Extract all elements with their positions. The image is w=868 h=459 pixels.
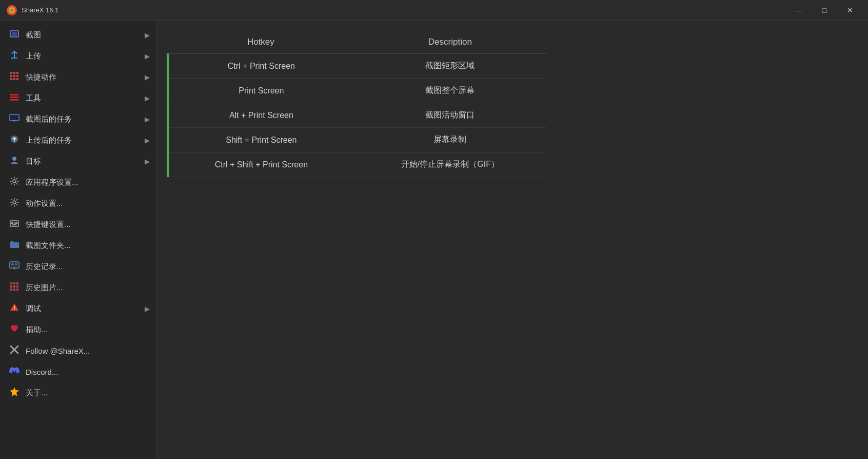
- sidebar-item-debug[interactable]: !调试▶: [0, 298, 156, 319]
- svg-point-23: [13, 201, 16, 204]
- submenu-arrow-quick-actions: ▶: [145, 73, 150, 81]
- quick-actions-icon: [8, 71, 21, 84]
- donate-icon: [8, 323, 21, 336]
- svg-point-22: [13, 180, 16, 183]
- sidebar-label-history: 历史记录...: [26, 262, 63, 272]
- sidebar-item-destinations[interactable]: 目标▶: [0, 151, 156, 172]
- sidebar-label-after-capture: 截图后的任务: [26, 114, 72, 124]
- svg-rect-18: [10, 114, 19, 121]
- sidebar-label-capture: 截图: [26, 30, 41, 40]
- app-settings-icon: [8, 176, 21, 189]
- image-history-icon: [8, 281, 21, 294]
- svg-rect-35: [10, 282, 12, 284]
- sidebar-label-capture-folder: 截图文件夹...: [26, 241, 71, 251]
- after-upload-icon: [8, 134, 21, 147]
- history-icon: [8, 260, 21, 273]
- svg-rect-17: [10, 99, 18, 101]
- sidebar-item-capture[interactable]: 截图▶: [0, 25, 156, 46]
- column-description: Description: [354, 31, 546, 54]
- svg-rect-36: [13, 282, 15, 284]
- sidebar-label-debug: 调试: [26, 304, 41, 314]
- sidebar-item-capture-folder[interactable]: 截图文件夹...: [0, 235, 156, 256]
- action-settings-icon: [8, 197, 21, 210]
- app-title: ShareX 16.1: [22, 6, 787, 14]
- submenu-arrow-tools: ▶: [145, 94, 150, 102]
- hotkey-cell-4: Ctrl + Shift + Print Screen: [168, 152, 354, 177]
- svg-rect-12: [10, 78, 12, 80]
- sidebar-label-about: 关于...: [26, 388, 48, 398]
- svg-rect-39: [13, 285, 15, 288]
- svg-rect-34: [11, 265, 17, 266]
- table-header: Hotkey Description: [168, 31, 546, 54]
- svg-rect-6: [10, 72, 12, 74]
- main-container: 截图▶上传▶快捷动作▶工具▶截图后的任务▶上传后的任务▶目标▶应用程序设置...…: [0, 21, 868, 459]
- after-capture-icon: [8, 113, 21, 126]
- window-controls: — □ ✕: [787, 2, 862, 18]
- svg-rect-40: [16, 285, 18, 288]
- sidebar-item-donate[interactable]: 捐助...: [0, 319, 156, 340]
- hotkey-settings-icon: [8, 218, 21, 231]
- svg-rect-29: [10, 262, 19, 268]
- sidebar-label-follow: Follow @ShareX...: [26, 347, 90, 355]
- svg-rect-13: [13, 78, 15, 80]
- table-row[interactable]: Ctrl + Print Screen截图矩形区域: [168, 54, 546, 79]
- svg-rect-7: [13, 72, 15, 74]
- svg-rect-27: [15, 222, 17, 224]
- sidebar-label-discord: Discord...: [26, 368, 58, 376]
- about-icon: [8, 387, 21, 399]
- sidebar-item-about[interactable]: 关于...: [0, 382, 156, 404]
- tools-icon: [8, 92, 21, 105]
- minimize-button[interactable]: —: [787, 2, 811, 18]
- destinations-icon: [8, 155, 21, 168]
- sidebar-item-tools[interactable]: 工具▶: [0, 88, 156, 109]
- svg-rect-32: [11, 263, 14, 265]
- maximize-button[interactable]: □: [813, 2, 836, 18]
- sidebar-item-discord[interactable]: Discord...: [0, 361, 156, 382]
- svg-rect-9: [10, 75, 12, 77]
- content-area: Hotkey Description Ctrl + Print Screen截图…: [156, 21, 868, 459]
- sidebar-item-quick-actions[interactable]: 快捷动作▶: [0, 67, 156, 88]
- svg-rect-41: [10, 289, 12, 291]
- sidebar-item-image-history[interactable]: 历史图片...: [0, 277, 156, 298]
- sidebar-item-after-upload[interactable]: 上传后的任务▶: [0, 130, 156, 151]
- table-row[interactable]: Ctrl + Shift + Print Screen开始/停止屏幕录制（GIF…: [168, 152, 546, 177]
- sidebar-label-image-history: 历史图片...: [26, 283, 63, 293]
- follow-icon: [8, 345, 21, 357]
- sidebar-item-hotkey-settings[interactable]: 快捷键设置...: [0, 214, 156, 235]
- svg-rect-38: [10, 285, 12, 288]
- sidebar-label-destinations: 目标: [26, 157, 41, 166]
- capture-folder-icon: [8, 239, 21, 252]
- table-row[interactable]: Print Screen截图整个屏幕: [168, 79, 546, 103]
- app-logo: [6, 5, 17, 16]
- discord-icon: [8, 366, 21, 378]
- svg-rect-28: [12, 224, 16, 225]
- sidebar-label-after-upload: 上传后的任务: [26, 136, 72, 145]
- sidebar-item-app-settings[interactable]: 应用程序设置...: [0, 172, 156, 193]
- sidebar-item-after-capture[interactable]: 截图后的任务▶: [0, 109, 156, 130]
- sidebar-item-upload[interactable]: 上传▶: [0, 46, 156, 67]
- svg-rect-16: [10, 97, 18, 98]
- sidebar-item-history[interactable]: 历史记录...: [0, 256, 156, 277]
- description-cell-0: 截图矩形区域: [354, 54, 546, 79]
- sidebar-item-follow[interactable]: Follow @ShareX...: [0, 340, 156, 361]
- svg-rect-43: [16, 289, 18, 291]
- svg-rect-42: [13, 289, 15, 291]
- hotkey-cell-2: Alt + Print Screen: [168, 103, 354, 128]
- table-row[interactable]: Shift + Print Screen屏幕录制: [168, 128, 546, 152]
- hotkey-cell-1: Print Screen: [168, 79, 354, 103]
- svg-point-21: [12, 157, 16, 161]
- description-cell-4: 开始/停止屏幕录制（GIF）: [354, 152, 546, 177]
- svg-rect-4: [12, 32, 17, 36]
- svg-rect-8: [16, 72, 18, 74]
- sidebar-label-action-settings: 动作设置...: [26, 199, 63, 208]
- svg-rect-26: [14, 222, 15, 224]
- svg-rect-37: [16, 282, 18, 284]
- svg-rect-25: [11, 222, 13, 224]
- table-row[interactable]: Alt + Print Screen截图活动窗口: [168, 103, 546, 128]
- submenu-arrow-destinations: ▶: [145, 158, 150, 165]
- close-button[interactable]: ✕: [838, 2, 862, 18]
- sidebar-item-action-settings[interactable]: 动作设置...: [0, 193, 156, 214]
- sidebar-label-tools: 工具: [26, 93, 41, 103]
- titlebar: ShareX 16.1 — □ ✕: [0, 0, 868, 21]
- upload-icon: [8, 50, 21, 63]
